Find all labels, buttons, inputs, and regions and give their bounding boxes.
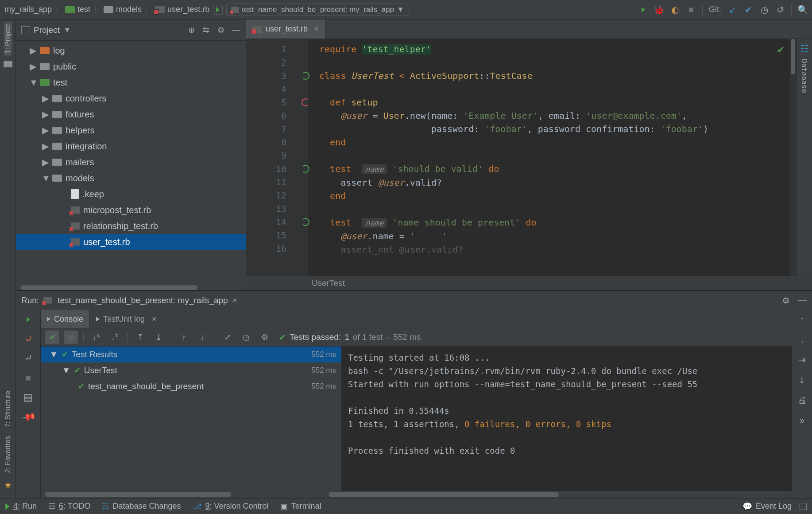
stop-button[interactable]: ■	[686, 5, 696, 15]
tool-database[interactable]: Database	[800, 57, 808, 95]
bottom-run[interactable]: 4: Run	[5, 502, 37, 511]
project-view-icon	[21, 26, 30, 34]
history-button[interactable]: ◷	[239, 331, 253, 344]
coverage-button[interactable]: ◐	[670, 5, 680, 15]
play-icon	[5, 503, 10, 510]
breadcrumb-item[interactable]: models	[116, 5, 142, 14]
sort-duration-button[interactable]: ↓ᵀ	[108, 331, 122, 344]
editor-tab[interactable]: user_test.rb ×	[246, 19, 325, 39]
close-icon[interactable]: ×	[152, 315, 157, 324]
settings-icon[interactable]: ⚙	[782, 295, 790, 306]
branch-icon: ⎇	[193, 502, 202, 511]
scroll-down-button[interactable]: ↓	[800, 335, 804, 345]
history-button[interactable]: ◷	[759, 5, 769, 15]
breadcrumb-file[interactable]: user_test.rb	[167, 5, 209, 14]
close-icon[interactable]: ×	[232, 296, 237, 305]
project-tree[interactable]: ▶log▶public▼test▶controllers▶fixtures▶he…	[16, 41, 246, 285]
chevron-right-icon: 〉	[93, 4, 101, 15]
bottom-terminal[interactable]: ▣Terminal	[280, 502, 321, 511]
run-context-button[interactable]	[213, 5, 223, 15]
run-tabs: Console TestUnit log×	[41, 310, 792, 328]
bottom-vcs[interactable]: ⎇9: Version Control	[193, 502, 269, 511]
toggle-auto-test-button[interactable]: ⤾	[23, 333, 34, 345]
print-button[interactable]: 🖨	[798, 395, 807, 405]
rerun-button[interactable]	[23, 314, 34, 325]
tree-node[interactable]: ▼test	[16, 74, 246, 90]
attach-debugger-button[interactable]: ⤶	[23, 353, 34, 364]
tree-node[interactable]: ▶log	[16, 43, 246, 58]
console-output[interactable]: Testing started at 16:08 ... bash -c "/U…	[342, 347, 792, 491]
test-settings-button[interactable]: ⚙	[258, 331, 272, 344]
collapse-all-button[interactable]: ⇆	[203, 25, 209, 35]
stop-button[interactable]: ■	[23, 372, 34, 384]
terminal-icon: ▣	[280, 502, 288, 511]
inspection-ok-icon[interactable]: ✔	[777, 44, 785, 56]
tree-node[interactable]: micropost_test.rb	[16, 202, 246, 218]
tree-node[interactable]: ▶public	[16, 58, 246, 74]
tree-node[interactable]: ▶integration	[16, 138, 246, 154]
debug-button[interactable]: 🐞	[654, 5, 664, 15]
code-area[interactable]: require 'test_helper' class UserTest < A…	[308, 39, 790, 276]
tool-project[interactable]: 1: Project	[4, 22, 12, 56]
tree-node[interactable]: ▶fixtures	[16, 106, 246, 122]
pin-button[interactable]: 📌	[20, 409, 36, 425]
show-passed-button[interactable]: ✔	[45, 331, 59, 344]
soft-wrap-button[interactable]: ⇥	[798, 354, 806, 365]
tree-node[interactable]: ▶controllers	[16, 90, 246, 106]
tree-node[interactable]: .keep	[16, 186, 246, 202]
sort-alpha-button[interactable]: ↓ᴬ	[89, 331, 103, 344]
breadcrumb-item[interactable]: test	[77, 5, 90, 14]
scroll-to-end-button[interactable]: ⤓	[798, 375, 806, 386]
collapse-all-button[interactable]: ⤓	[151, 331, 166, 344]
run-config-selector[interactable]: test_name_should_be_present: my_rails_ap…	[226, 4, 409, 16]
more-button[interactable]: »	[800, 415, 804, 425]
search-button[interactable]: 🔍	[798, 5, 808, 15]
test-tree-row[interactable]: ✔test_name_should_be_present552 ms	[41, 378, 341, 394]
v-scrollbar[interactable]	[790, 39, 796, 276]
scroll-up-button[interactable]: ↑	[800, 315, 804, 325]
next-test-button[interactable]: ↓	[195, 331, 209, 344]
breadcrumb-root[interactable]: my_rails_app	[4, 5, 52, 14]
tree-node[interactable]: ▼models	[16, 170, 246, 186]
test-tree-row[interactable]: ▼✔UserTest552 ms	[41, 362, 341, 378]
folder-icon[interactable]	[4, 61, 12, 67]
tree-node[interactable]: user_test.rb	[16, 234, 246, 250]
status-icon[interactable]	[800, 503, 807, 510]
revert-button[interactable]: ↺	[775, 5, 785, 15]
vcs-update-button[interactable]: ↙	[727, 5, 737, 15]
close-icon[interactable]: ×	[314, 24, 319, 34]
run-button[interactable]	[638, 5, 648, 15]
h-scrollbar[interactable]	[16, 285, 246, 290]
database-icon[interactable]: ☷	[800, 43, 809, 55]
settings-icon[interactable]: ⚙	[217, 25, 224, 35]
test-tree-row[interactable]: ▼✔Test Results552 ms	[41, 347, 341, 362]
test-tree[interactable]: ▼✔Test Results552 ms▼✔UserTest552 ms✔tes…	[41, 347, 342, 491]
expand-all-button[interactable]: ⤒	[133, 331, 147, 344]
export-button[interactable]: ⤢	[220, 331, 235, 344]
bottom-event-log[interactable]: 💬Event Log	[742, 502, 792, 511]
tree-node[interactable]: relationship_test.rb	[16, 218, 246, 234]
show-ignored-button[interactable]: ⊘	[64, 331, 78, 344]
chevron-down-icon[interactable]: ▼	[63, 26, 71, 35]
line-gutter[interactable]: 12345678910111213141516	[246, 39, 293, 276]
vcs-commit-button[interactable]: ✔	[743, 5, 753, 15]
tab-console[interactable]: Console	[41, 310, 90, 328]
bottom-db[interactable]: ☷Database Changes	[102, 502, 181, 511]
tree-node[interactable]: ▶mailers	[16, 154, 246, 170]
layout-button[interactable]: ▤	[23, 392, 34, 403]
tab-testunit-log[interactable]: TestUnit log×	[90, 310, 163, 328]
minimize-button[interactable]: —	[232, 25, 240, 35]
tree-node[interactable]: ▶helpers	[16, 122, 246, 138]
tab-label: user_test.rb	[266, 24, 308, 34]
project-panel: Project ▼ ⊕ ⇆ ⚙ — ▶log▶public▼test▶contr…	[16, 19, 246, 290]
locate-button[interactable]: ⊕	[188, 25, 195, 35]
breadcrumb[interactable]: my_rails_app 〉 test 〉 models 〉 user_test…	[4, 4, 209, 15]
minimize-button[interactable]: —	[798, 295, 807, 306]
editor-breadcrumb[interactable]: UserTest	[246, 276, 812, 290]
prev-test-button[interactable]: ↑	[177, 331, 191, 344]
h-scrollbar[interactable]	[41, 491, 792, 498]
tool-structure[interactable]: 7: Structure	[4, 389, 12, 429]
bottom-todo[interactable]: ☲6: TODO	[48, 502, 90, 511]
project-title[interactable]: Project	[34, 25, 60, 35]
tool-favorites[interactable]: 2: Favorites	[4, 434, 12, 475]
